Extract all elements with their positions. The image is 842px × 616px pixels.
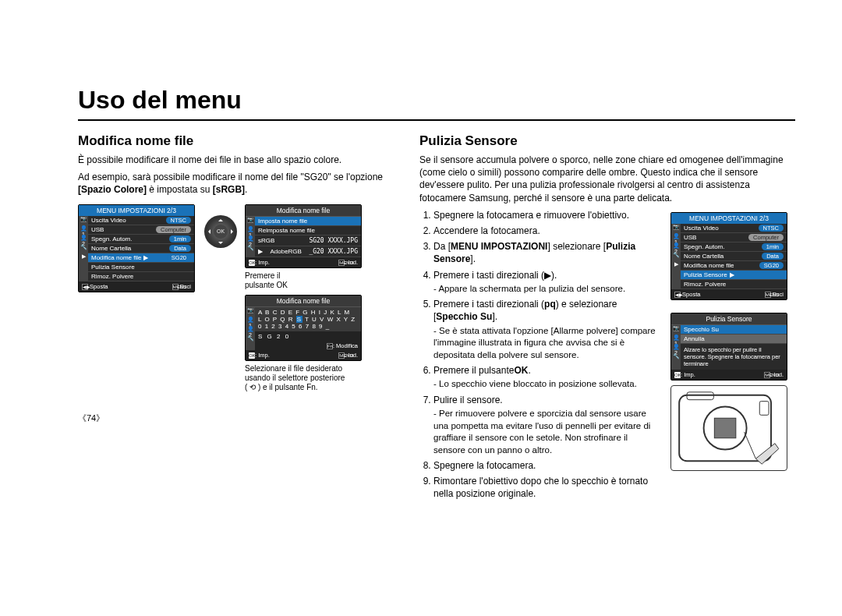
- screenA-title: MENU IMPOSTAZIONI 2/3: [671, 213, 787, 224]
- screenA-side-icons: 📷 👤1 👤2 🔧 ▶: [671, 224, 681, 289]
- menu-icon: MENU: [172, 284, 179, 290]
- modifica-nome-file-screen-grid: Modifica nome file 📷 👤1 👤2 🔧 A B C D E: [245, 295, 362, 361]
- user1-icon: 👤1: [246, 317, 255, 326]
- screen1-foot-l: Sposta: [88, 283, 108, 290]
- screen3-title: Modifica nome file: [246, 296, 361, 307]
- screen2-title: Modifica nome file: [246, 205, 361, 217]
- ok-icon: OK: [249, 260, 255, 266]
- grid-row-1: A B C D E F G H I J K L M: [258, 309, 358, 316]
- menu-impostazioni-screen-1: MENU IMPOSTAZIONI 2/3 📷 👤1 👤2 🔧 ▶ Uscita…: [78, 204, 195, 292]
- menu-row: Pulizia Sensore: [88, 263, 194, 272]
- pulizia-sensore-screen: Pulizia Sensore 📷 👤1 👤2 🔧 Specchio Su An…: [670, 313, 787, 381]
- screenB-r1: Specchio Su: [684, 326, 719, 333]
- step-item: Da [MENU IMPOSTAZIONI] selezionare [Puli…: [433, 240, 660, 265]
- right-screenshots: MENU IMPOSTAZIONI 2/3 📷 👤1 👤2 🔧 ▶ Uscita…: [670, 209, 795, 504]
- page: Uso del menu Modifica nome file È possib…: [0, 0, 842, 519]
- screen2-foot-l: : Imp.: [255, 259, 270, 266]
- char-grid: A B C D E F G H I J K L M L O P Q R S T …: [255, 307, 361, 331]
- screenB-r2: Annulla: [684, 335, 705, 342]
- screenB-row-specchio: Specchio Su: [681, 325, 787, 335]
- modifica-nome-file-heading: Modifica nome file: [78, 133, 398, 149]
- grid-result: S G 2 0: [255, 331, 361, 342]
- user1-icon: 👤1: [79, 225, 88, 235]
- screen1-title: MENU IMPOSTAZIONI 2/3: [79, 205, 194, 216]
- steps-list: Spegnere la fotocamera e rimuovere l'obi…: [419, 209, 660, 501]
- left-para1: È possibile modificare il nome dei file …: [78, 154, 398, 166]
- screen2-r4a: AdobeRGB: [270, 248, 301, 255]
- arrow-icon: ▶: [258, 248, 263, 255]
- screen1-wrap: MENU IMPOSTAZIONI 2/3 📷 👤1 👤2 🔧 ▶ Uscita…: [78, 201, 195, 296]
- svg-rect-2: [714, 418, 735, 438]
- camera-icon: 📷: [671, 325, 681, 335]
- screen2-r4b: _G20 XXXX.JPG: [309, 248, 358, 255]
- screenA-foot-r: Esci: [771, 291, 784, 298]
- camera-icon: 📷: [246, 307, 255, 317]
- screenB-foot-r: : Ind.: [770, 371, 784, 378]
- step-item: Spegnere la fotocamera e rimuovere l'obi…: [433, 209, 660, 221]
- screen1-footer: ◀▶ Sposta MENU Esci: [79, 281, 194, 292]
- camera-icon: 📷: [246, 217, 255, 226]
- step-item: Premere i tasti direzionali (▶).Appare l…: [433, 269, 660, 296]
- modifica-nome-file-screen-1: Modifica nome file 📷 👤1 👤2 🔧 Imposta nom…: [245, 204, 362, 268]
- screen1-side-icons: 📷 👤1 👤2 🔧 ▶: [79, 216, 88, 281]
- camera-icon: 📷: [671, 224, 681, 233]
- grid-row-2: L O P Q R S T U V W X Y Z: [258, 316, 358, 323]
- camera-icon: 📷: [79, 216, 88, 225]
- arrows-icon: ◀▶: [82, 284, 88, 290]
- camera-sensor-illustration: [670, 385, 787, 471]
- step-item: Spegnere la fotocamera.: [433, 459, 660, 472]
- pulizia-sensore-heading: Pulizia Sensore: [419, 133, 795, 149]
- ok-icon: OK: [249, 352, 255, 359]
- modifica-label: : Modifica: [333, 342, 358, 349]
- grid-row-3: 0 1 2 3 4 5 6 7 8 9 _: [258, 323, 358, 330]
- wrench-icon: 🔧: [671, 252, 681, 261]
- play-icon: ▶: [671, 261, 681, 271]
- screen3-foot-l: : Imp.: [255, 352, 270, 359]
- step-item: Rimontare l'obiettivo dopo che lo specch…: [433, 475, 660, 500]
- ok-icon: OK: [674, 372, 681, 378]
- user1-icon: 👤1: [246, 226, 255, 235]
- menu-row: Spegn. Autom.1min: [88, 235, 194, 244]
- screen1-foot-r: Esci: [179, 283, 191, 290]
- menu-row: USBComputer: [88, 225, 194, 235]
- user2-icon: 👤2: [246, 326, 255, 335]
- wrench-icon: 🔧: [671, 353, 681, 363]
- svg-rect-4: [759, 401, 769, 415]
- screen2-r2-label: Reimposta nome file: [258, 227, 315, 234]
- user2-icon: 👤2: [246, 235, 255, 245]
- screen2-r3b: SG20 XXXX.JPG: [309, 237, 358, 244]
- menu-row: Uscita VideoNTSC: [88, 216, 194, 225]
- left-column: Modifica nome file È possibile modificar…: [78, 133, 398, 504]
- user2-icon: 👤2: [671, 344, 681, 353]
- screen2-row-imposta: Imposta nome file: [255, 217, 361, 226]
- screen2-r3a: sRGB: [258, 237, 274, 244]
- svg-rect-3: [687, 392, 713, 400]
- menu-row: Nome CartellaData: [681, 252, 787, 261]
- wrench-icon: 🔧: [246, 335, 255, 345]
- ok-dial-icon: [204, 215, 237, 248]
- screenB-row-annulla: Annulla: [681, 335, 787, 344]
- step-item: Pulire il sensore.Per rimuovere polvere …: [433, 394, 660, 456]
- right-para: Se il sensore accumula polvere o sporco,…: [419, 154, 795, 204]
- menu-row: Spegn. Autom.1min: [681, 243, 787, 252]
- step-item: Accendere la fotocamera.: [433, 225, 660, 237]
- columns: Modifica nome file È possibile modificar…: [78, 133, 795, 504]
- screen2-row-reimposta: Reimposta nome file: [255, 226, 361, 235]
- screenA-foot-l: Sposta: [681, 291, 700, 298]
- menu-row: Rimoz. Polvere: [681, 280, 787, 289]
- para2-c: è impostata su: [147, 184, 213, 195]
- page-title: Uso del menu: [78, 86, 795, 121]
- wrench-icon: 🔧: [246, 245, 255, 254]
- caption1: Premere il pulsante OK: [245, 271, 362, 290]
- user1-icon: 👤1: [671, 233, 681, 243]
- wrench-icon: 🔧: [79, 244, 88, 253]
- menu-row: Rimoz. Polvere: [88, 272, 194, 281]
- para2-b: [Spazio Colore]: [78, 184, 147, 195]
- menu-icon: MENU: [765, 292, 771, 298]
- right-column: Pulizia Sensore Se il sensore accumula p…: [419, 133, 795, 504]
- arrows-icon: ◀▶: [674, 292, 681, 298]
- screen2-r1-label: Imposta nome file: [258, 218, 307, 225]
- screenB-note: Alzare lo specchio per pulire il sensore…: [681, 344, 787, 370]
- screenA-rows: Uscita VideoNTSCUSBComputerSpegn. Autom.…: [681, 224, 787, 289]
- play-icon: ▶: [79, 253, 88, 263]
